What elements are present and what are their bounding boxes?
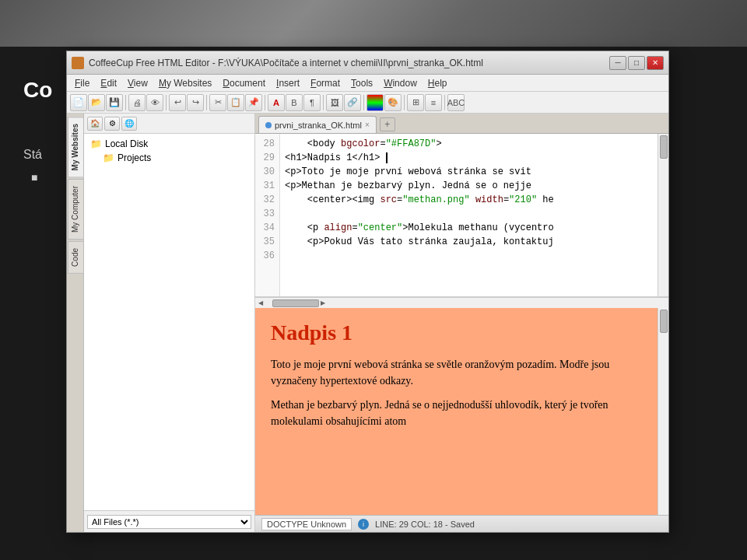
open-button[interactable]: 📂 bbox=[88, 94, 105, 111]
titlebar: CoffeeCup Free HTML Editor - F:\VÝUKA\Po… bbox=[67, 51, 668, 75]
menu-insert[interactable]: Insert bbox=[272, 76, 304, 90]
code-horiz-scroll[interactable]: ◀ ▶ bbox=[255, 297, 668, 308]
preview-area: Nadpis 1 Toto je moje první webová strán… bbox=[255, 308, 658, 515]
cut-button[interactable]: ✂ bbox=[209, 94, 226, 111]
link-button[interactable]: 🔗 bbox=[344, 94, 361, 111]
main-area: My Websites My Computer Code 🏠 ⚙ 🌐 📁 Loc… bbox=[67, 114, 668, 532]
code-line-33 bbox=[285, 207, 653, 221]
menu-edit[interactable]: Edit bbox=[96, 76, 121, 90]
bg-top bbox=[0, 0, 747, 47]
print-button[interactable]: 🖨 bbox=[128, 94, 146, 111]
chrome-icon bbox=[265, 122, 272, 128]
table-button[interactable]: ⊞ bbox=[407, 94, 424, 111]
menu-help[interactable]: Help bbox=[423, 76, 452, 90]
code-horiz-thumb[interactable] bbox=[272, 299, 319, 307]
editor-tab-main[interactable]: prvni_stranka_OK.html × bbox=[258, 116, 377, 133]
ln-34: 34 bbox=[260, 221, 275, 235]
preview-p2: Methan je bezbarvý plyn. Jedná se o nejj… bbox=[271, 397, 642, 429]
scroll-right-arrow[interactable]: ▶ bbox=[319, 299, 327, 306]
scroll-left-arrow[interactable]: ◀ bbox=[257, 299, 265, 306]
menu-view[interactable]: View bbox=[123, 76, 153, 90]
spell-button[interactable]: ABC bbox=[447, 94, 465, 111]
toolbar-sep-2 bbox=[166, 95, 167, 110]
ln-32: 32 bbox=[260, 193, 275, 207]
file-panel: 🏠 ⚙ 🌐 📁 Local Disk 📁 Projects All Files … bbox=[84, 114, 255, 532]
italic-button[interactable]: B bbox=[286, 94, 303, 111]
copy-button[interactable]: 📋 bbox=[227, 94, 244, 111]
sidebar-tab-mycomputer[interactable]: My Computer bbox=[68, 179, 83, 240]
tree-item-localdisk[interactable]: 📁 Local Disk bbox=[87, 137, 251, 151]
preview-h1: Nadpis 1 bbox=[271, 320, 642, 345]
toolbar-sep-3 bbox=[206, 95, 207, 110]
toolbar-sep-7 bbox=[404, 95, 405, 110]
code-line-31: <p>Methan je bezbarvý plyn. Jedná se o n… bbox=[285, 179, 653, 193]
sidebar-tab-mywebsites[interactable]: My Websites bbox=[68, 117, 83, 177]
file-filter-select[interactable]: All Files (*.*) bbox=[87, 515, 251, 529]
close-button[interactable]: ✕ bbox=[647, 56, 664, 70]
code-line-35: <p>Pokud Vás tato stránka zaujala, konta… bbox=[285, 235, 653, 249]
code-line-30: <p>Toto je moje první webová stránka se … bbox=[285, 165, 653, 179]
statusbar: DOCTYPE Unknown i LINE: 29 COL: 18 - Sav… bbox=[255, 515, 668, 532]
fp-settings-button[interactable]: ⚙ bbox=[104, 117, 120, 131]
menu-tools[interactable]: Tools bbox=[346, 76, 377, 90]
tree-label-localdisk: Local Disk bbox=[105, 138, 148, 149]
code-line-34: <p align="center">Molekula methanu (vyce… bbox=[285, 221, 653, 235]
code-line-32: <center><img src="methan.png" width="210… bbox=[285, 193, 653, 207]
editor-scroll-thumb[interactable] bbox=[660, 135, 668, 159]
app-icon bbox=[72, 57, 84, 69]
file-panel-toolbar: 🏠 ⚙ 🌐 bbox=[84, 114, 254, 134]
menu-document[interactable]: Document bbox=[218, 76, 270, 90]
tree-label-projects: Projects bbox=[117, 152, 151, 163]
toolbar-sep-4 bbox=[265, 95, 265, 110]
color-button[interactable] bbox=[366, 94, 384, 111]
toolbar: 📄 📂 💾 🖨 👁 ↩ ↪ ✂ 📋 📌 A B ¶ 🖼 🔗 🎨 ⊞ ≡ ABC bbox=[67, 92, 668, 114]
preview-scrollbar[interactable] bbox=[658, 308, 668, 515]
new-button[interactable]: 📄 bbox=[70, 94, 87, 111]
list-button[interactable]: ≡ bbox=[425, 94, 442, 111]
img-button[interactable]: 🖼 bbox=[326, 94, 343, 111]
ln-33: 33 bbox=[260, 207, 275, 221]
minimize-button[interactable]: ─ bbox=[609, 56, 626, 70]
menu-mywebsites[interactable]: My Websites bbox=[154, 76, 216, 90]
code-content[interactable]: <body bgcolor="#FFA87D"> <h1>Nadpis 1</h… bbox=[280, 134, 658, 296]
menu-format[interactable]: Format bbox=[306, 76, 345, 90]
underline-button[interactable]: ¶ bbox=[303, 94, 321, 111]
fp-add-button[interactable]: 🌐 bbox=[121, 117, 137, 131]
toolbar-sep-5 bbox=[323, 95, 324, 110]
code-line-36 bbox=[285, 249, 653, 263]
doctype-status: DOCTYPE Unknown bbox=[261, 518, 352, 530]
ln-28: 28 bbox=[260, 137, 275, 151]
preview-button[interactable]: 👁 bbox=[146, 94, 163, 111]
tab-close-button[interactable]: × bbox=[365, 121, 370, 129]
folder-icon: 📁 bbox=[90, 138, 102, 149]
slide-subtitle: Stá bbox=[23, 148, 42, 162]
undo-button[interactable]: ↩ bbox=[169, 94, 186, 111]
redo-button[interactable]: ↪ bbox=[187, 94, 204, 111]
ln-29: 29 bbox=[260, 151, 275, 165]
format-button[interactable]: 🎨 bbox=[384, 94, 402, 111]
fp-home-button[interactable]: 🏠 bbox=[87, 117, 103, 131]
code-editor: 28 29 30 31 32 33 34 35 36 <body bgcolor… bbox=[255, 134, 668, 297]
paste-button[interactable]: 📌 bbox=[245, 94, 262, 111]
save-button[interactable]: 💾 bbox=[106, 94, 123, 111]
sidebar-tab-code[interactable]: Code bbox=[68, 241, 83, 274]
preview-wrap: Nadpis 1 Toto je moje první webová strán… bbox=[255, 308, 668, 515]
preview-p1: Toto je moje první webová stránka se svě… bbox=[271, 356, 642, 389]
tab-add-button[interactable]: + bbox=[380, 117, 395, 131]
tab-label: prvni_stranka_OK.html bbox=[275, 121, 362, 130]
toolbar-sep-1 bbox=[125, 95, 126, 110]
tab-bar: prvni_stranka_OK.html × + bbox=[255, 114, 668, 134]
slide-title: Co bbox=[23, 78, 52, 103]
preview-scroll-thumb[interactable] bbox=[660, 310, 668, 333]
editor-scrollbar[interactable] bbox=[658, 134, 668, 296]
code-line-29: <h1>Nadpis 1</h1> bbox=[285, 151, 653, 165]
maximize-button[interactable]: □ bbox=[628, 56, 645, 70]
ln-30: 30 bbox=[260, 165, 275, 179]
bold-button[interactable]: A bbox=[268, 94, 285, 111]
menu-window[interactable]: Window bbox=[379, 76, 422, 90]
tree-item-projects[interactable]: 📁 Projects bbox=[87, 151, 251, 165]
window-title: CoffeeCup Free HTML Editor - F:\VÝUKA\Po… bbox=[89, 58, 609, 68]
ln-31: 31 bbox=[260, 179, 275, 193]
ln-36: 36 bbox=[260, 249, 275, 263]
menu-file[interactable]: File bbox=[70, 76, 94, 90]
